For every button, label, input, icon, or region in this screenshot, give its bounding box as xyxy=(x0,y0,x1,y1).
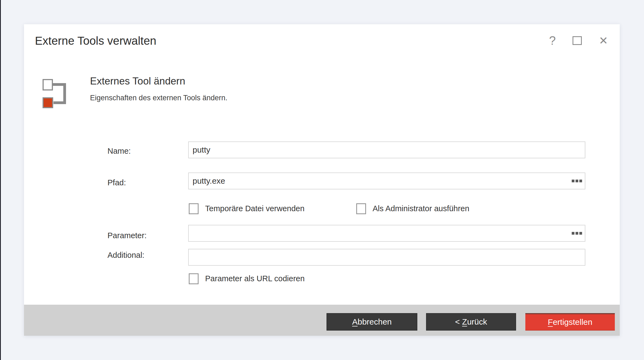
path-input[interactable] xyxy=(188,173,585,189)
admin-checkbox[interactable] xyxy=(356,203,366,214)
temp-file-checkbox-row: Temporäre Datei verwenden xyxy=(189,203,304,214)
additional-input[interactable] xyxy=(188,249,585,266)
desktop-background: Externe Tools verwalten ? ✕ Externes Too… xyxy=(0,0,644,360)
temp-file-label: Temporäre Datei verwenden xyxy=(205,204,304,213)
name-input-wrap xyxy=(188,141,585,158)
cancel-button[interactable]: Abbrechen xyxy=(327,313,417,331)
window-title: Externe Tools verwalten xyxy=(35,34,156,48)
path-input-wrap xyxy=(188,173,585,189)
url-encode-label: Parameter als URL codieren xyxy=(205,274,305,283)
dialog-externe-tools: Externe Tools verwalten ? ✕ Externes Too… xyxy=(24,24,620,336)
additional-input-wrap xyxy=(188,249,585,266)
finish-button-label: Fertigstellen xyxy=(548,317,592,326)
help-icon[interactable]: ? xyxy=(549,35,556,47)
page-subtitle: Eigenschaften des externen Tools ändern. xyxy=(90,93,227,102)
finish-button[interactable]: Fertigstellen xyxy=(525,313,615,331)
parameter-browse-ellipsis-icon[interactable] xyxy=(571,230,583,236)
path-browse-ellipsis-icon[interactable] xyxy=(571,178,583,184)
url-encode-checkbox-row: Parameter als URL codieren xyxy=(189,273,305,284)
parameter-label: Parameter: xyxy=(107,231,146,240)
external-tool-wizard-icon xyxy=(43,79,68,109)
background-window-edge xyxy=(0,0,1,360)
url-encode-checkbox[interactable] xyxy=(189,273,199,284)
maximize-box-glyph xyxy=(573,36,582,45)
parameter-input[interactable] xyxy=(188,225,585,242)
close-icon[interactable]: ✕ xyxy=(599,35,608,46)
path-label: Pfad: xyxy=(107,179,126,187)
back-button[interactable]: < Zurück xyxy=(426,313,516,331)
window-controls: ? ✕ xyxy=(549,35,608,47)
footer-bar: Abbrechen < Zurück Fertigstellen xyxy=(24,305,620,336)
page-title: Externes Tool ändern xyxy=(90,76,185,87)
admin-checkbox-row: Als Administrator ausführen xyxy=(356,203,469,214)
cancel-button-label: Abbrechen xyxy=(352,317,392,326)
back-button-label: < Zurück xyxy=(455,317,487,326)
name-input[interactable] xyxy=(188,141,585,158)
admin-label: Als Administrator ausführen xyxy=(373,204,469,213)
temp-file-checkbox[interactable] xyxy=(189,203,199,214)
parameter-input-wrap xyxy=(188,225,585,242)
name-label: Name: xyxy=(107,147,131,155)
additional-label: Additional: xyxy=(107,251,144,259)
maximize-icon[interactable] xyxy=(573,36,582,45)
